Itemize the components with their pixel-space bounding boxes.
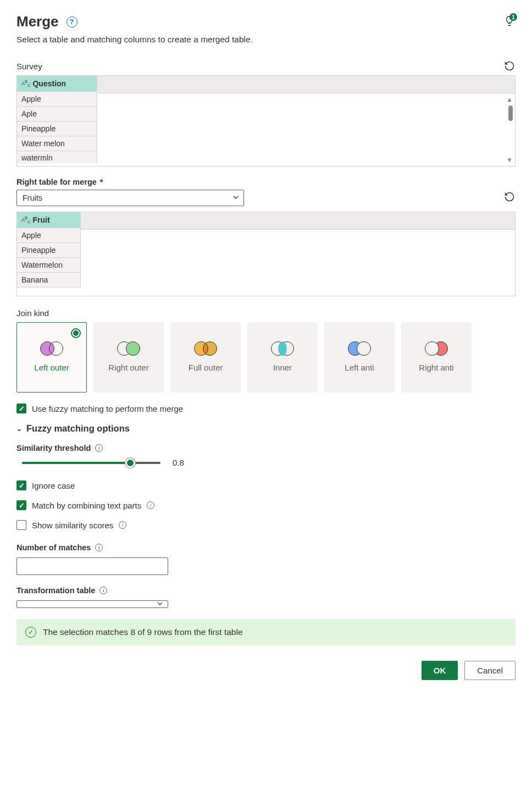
table-cell[interactable]: Banana bbox=[17, 273, 81, 288]
join-left-outer[interactable]: Left outer bbox=[16, 322, 87, 393]
empty-header bbox=[97, 76, 515, 93]
join-full-outer[interactable]: Full outer bbox=[170, 322, 241, 393]
info-icon[interactable]: i bbox=[99, 587, 107, 594]
table-cell[interactable]: Pineapple bbox=[17, 243, 81, 258]
use-fuzzy-checkbox[interactable] bbox=[16, 404, 26, 413]
tips-button[interactable]: 1 bbox=[503, 15, 516, 29]
scrollbar-thumb[interactable] bbox=[508, 106, 513, 121]
table-cell[interactable]: Aple bbox=[17, 107, 97, 121]
chevron-down-icon bbox=[157, 600, 163, 609]
right-table-select[interactable]: Fruits bbox=[16, 190, 244, 206]
transform-table-select[interactable] bbox=[16, 600, 168, 608]
tips-badge: 1 bbox=[509, 13, 517, 21]
combine-parts-checkbox[interactable] bbox=[16, 500, 26, 510]
similarity-value: 0.8 bbox=[173, 458, 184, 467]
info-icon[interactable]: i bbox=[147, 501, 154, 509]
selected-radio-icon bbox=[71, 328, 81, 338]
table-blank-area bbox=[81, 230, 515, 296]
info-icon[interactable]: i bbox=[95, 544, 103, 551]
ok-button[interactable]: OK bbox=[422, 661, 458, 680]
status-bar: ✓ The selection matches 8 of 9 rows from… bbox=[16, 619, 516, 645]
help-icon[interactable]: ? bbox=[66, 16, 77, 27]
cancel-button[interactable]: Cancel bbox=[464, 661, 516, 680]
table-cell[interactable]: Water melon bbox=[17, 136, 97, 151]
refresh-right-icon[interactable] bbox=[503, 191, 516, 203]
chevron-down-icon bbox=[232, 194, 239, 202]
info-icon[interactable]: i bbox=[119, 521, 126, 529]
chevron-down-icon: ⌄ bbox=[16, 425, 22, 433]
text-type-icon: ABC bbox=[21, 216, 30, 224]
refresh-left-icon[interactable] bbox=[503, 60, 516, 72]
num-matches-input[interactable] bbox=[16, 557, 168, 575]
num-matches-label: Number of matches bbox=[16, 543, 91, 552]
info-icon[interactable]: i bbox=[95, 444, 103, 452]
scroll-down-icon[interactable]: ▼ bbox=[506, 156, 513, 164]
left-table-preview[interactable]: ABC Question Apple Aple Pineapple Water … bbox=[16, 75, 516, 167]
right-table-preview[interactable]: ABC Fruit Apple Pineapple Watermelon Ban… bbox=[16, 212, 516, 296]
left-column-header[interactable]: ABC Question bbox=[17, 76, 97, 92]
ignore-case-label: Ignore case bbox=[32, 481, 75, 490]
table-cell[interactable]: watermln bbox=[17, 151, 97, 163]
table-cell[interactable]: Pineapple bbox=[17, 121, 97, 136]
scroll-up-icon[interactable]: ▲ bbox=[506, 96, 513, 103]
join-inner[interactable]: Inner bbox=[247, 322, 318, 393]
status-text: The selection matches 8 of 9 rows from t… bbox=[43, 627, 243, 637]
join-kind-grid: Left outer Right outer Full outer Inner … bbox=[16, 322, 516, 393]
empty-header bbox=[81, 212, 515, 230]
table-cell[interactable]: Apple bbox=[17, 92, 97, 107]
similarity-slider[interactable] bbox=[22, 462, 160, 464]
combine-parts-label: Match by combining text parts bbox=[32, 501, 141, 510]
page-title: Merge bbox=[16, 13, 59, 30]
table-cell[interactable]: Watermelon bbox=[17, 258, 81, 273]
required-indicator: * bbox=[100, 178, 103, 186]
right-table-label: Right table for merge bbox=[16, 178, 97, 186]
join-left-anti[interactable]: Left anti bbox=[324, 322, 395, 393]
table-cell[interactable]: Apple bbox=[17, 228, 81, 243]
show-scores-checkbox[interactable] bbox=[16, 520, 26, 530]
ignore-case-checkbox[interactable] bbox=[16, 480, 26, 490]
slider-thumb[interactable] bbox=[125, 458, 135, 468]
page-subtitle: Select a table and matching columns to c… bbox=[16, 35, 516, 45]
fuzzy-options-header[interactable]: ⌄ Fuzzy matching options bbox=[16, 423, 516, 434]
left-table-label: Survey bbox=[16, 62, 42, 71]
table-blank-area: ▲ ▼ bbox=[97, 93, 515, 166]
join-right-anti[interactable]: Right anti bbox=[401, 322, 472, 393]
transform-table-label: Transformation table bbox=[16, 586, 95, 595]
join-kind-label: Join kind bbox=[16, 308, 49, 318]
text-type-icon: ABC bbox=[21, 80, 30, 87]
join-right-outer[interactable]: Right outer bbox=[93, 322, 164, 393]
success-icon: ✓ bbox=[25, 627, 36, 638]
use-fuzzy-label: Use fuzzy matching to perform the merge bbox=[32, 404, 183, 413]
similarity-label: Similarity threshold bbox=[16, 444, 91, 452]
right-column-header[interactable]: ABC Fruit bbox=[17, 212, 81, 228]
show-scores-label: Show similarity scores bbox=[32, 521, 113, 530]
